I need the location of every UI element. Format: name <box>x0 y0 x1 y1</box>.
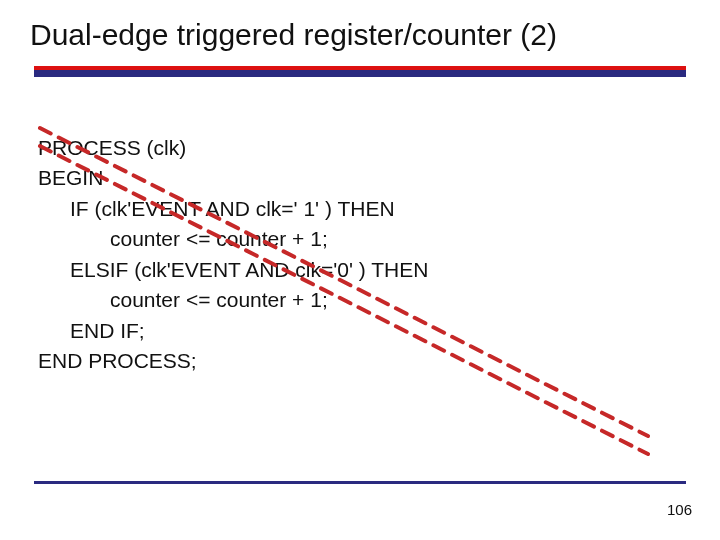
code-line: PROCESS (clk) <box>38 133 720 163</box>
code-line: END IF; <box>38 316 720 346</box>
code-line: BEGIN <box>38 163 720 193</box>
slide-title: Dual-edge triggered register/counter (2) <box>0 0 720 52</box>
footer-rule <box>34 481 686 484</box>
code-line: IF (clk'EVENT AND clk=' 1' ) THEN <box>38 194 720 224</box>
page-number: 106 <box>667 501 692 518</box>
code-line: ELSIF (clk'EVENT AND clk='0' ) THEN <box>38 255 720 285</box>
code-line: counter <= counter + 1; <box>38 224 720 254</box>
title-underline <box>0 66 720 77</box>
code-line: counter <= counter + 1; <box>38 285 720 315</box>
code-block: PROCESS (clk) BEGIN IF (clk'EVENT AND cl… <box>38 133 720 377</box>
rule-navy <box>34 70 686 77</box>
code-line: END PROCESS; <box>38 346 720 376</box>
